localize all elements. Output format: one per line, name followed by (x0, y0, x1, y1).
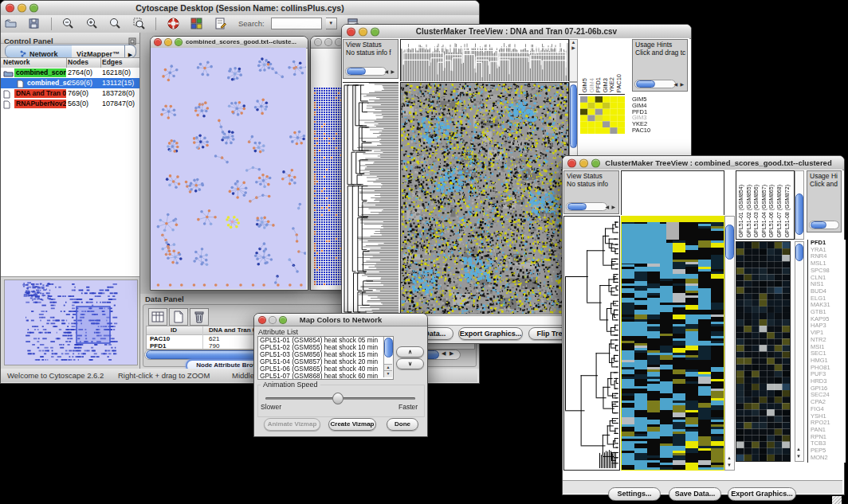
network-table-row[interactable]: RNAPuberNov2+563(0)107847(0) (1, 99, 139, 109)
close-button[interactable] (347, 27, 355, 36)
search-dropdown-button[interactable]: ▼ (326, 18, 337, 29)
edit-page-icon[interactable] (214, 17, 227, 30)
close-button[interactable] (6, 4, 14, 13)
save-icon[interactable] (27, 17, 41, 30)
network-name: RNAPuberNov2+ (14, 100, 66, 108)
close-button[interactable] (258, 316, 266, 324)
tv1-column-label[interactable]: PAC10 (615, 74, 622, 92)
col-header-id[interactable]: ID (171, 326, 177, 334)
tv1-status-scrollbar[interactable] (345, 67, 387, 76)
zoom-selected-icon[interactable] (132, 17, 146, 30)
tv1-row-dendrogram[interactable] (343, 82, 398, 315)
tv2-heatmap-vscrollbar[interactable]: ▲ ▼ (724, 216, 735, 471)
tv1-button-export-graphics-[interactable]: Export Graphics... (458, 327, 523, 340)
tab-more-arrow[interactable]: ▶ (125, 45, 136, 58)
close-button[interactable] (314, 38, 322, 46)
network-canvas[interactable] (151, 48, 306, 289)
create-vizmap-button[interactable]: Create Vizmap (328, 418, 376, 431)
tv1-heatmap[interactable] (400, 82, 569, 315)
attribute-list-item[interactable]: GPL51-07 (GSM868) heat shock 60 min (258, 373, 393, 380)
zoom-fit-icon[interactable] (108, 17, 122, 30)
tv1-usage-scrollbar[interactable] (634, 80, 676, 88)
zoom-button[interactable] (29, 4, 38, 13)
close-button[interactable] (567, 158, 576, 167)
data-panel-scroll-right[interactable]: ▶ (450, 350, 453, 357)
zoom-button[interactable] (279, 316, 287, 324)
tv2-column-label[interactable]: GPL51-08 (GSM872) (784, 185, 790, 237)
minimize-button[interactable] (269, 316, 277, 324)
zoom-out-icon[interactable] (61, 17, 75, 30)
main-window-title: Cytoscape Desktop (Session Name: collins… (1, 1, 479, 15)
tv1-column-label[interactable]: GIM5 (581, 78, 588, 92)
tv2-column-label[interactable]: GPL51-02 (GSM855) (746, 185, 752, 237)
zoom-button[interactable] (371, 27, 379, 36)
net1-titlebar[interactable]: combined_scores_good.txt--cluste... (151, 37, 308, 49)
tv1-titlebar[interactable]: ClusterMaker TreeView : DNA and Tran 07-… (342, 25, 691, 39)
attribute-list[interactable]: ▲ ▼ GPL51-01 (GSM854) heat shock 05 minG… (257, 336, 394, 380)
tv2-column-label[interactable]: GPL51-01 (GSM854) (738, 185, 744, 237)
tab-network[interactable]: Network (5, 45, 73, 58)
tv1-column-labels: GIM5GIM4PFD1GIM3YKE2PAC10 (579, 39, 625, 95)
resize-grip[interactable] (832, 496, 842, 504)
zoom-button[interactable] (175, 38, 183, 46)
move-down-button[interactable]: ∨ (396, 358, 424, 369)
tv2-usage-scrollbar[interactable] (809, 221, 839, 229)
tv1-column-dendrogram[interactable] (400, 39, 569, 81)
tv2-row-dendrogram[interactable] (563, 216, 620, 471)
data-panel-scroll-left[interactable]: ◀ (442, 350, 446, 357)
tv2-button-export-graphics-[interactable]: Export Graphics... (728, 487, 796, 501)
tv2-gene-label[interactable]: MON2 (811, 455, 846, 462)
animate-vizmap-button[interactable]: Animate Vizmap (264, 418, 320, 431)
tv2-zoom-vscrollbar[interactable]: ▲ ▼ (795, 241, 804, 462)
tv2-column-label[interactable]: GPL51-04 (GSM857) (761, 185, 767, 237)
help-lifesaver-icon[interactable] (167, 17, 180, 30)
attribute-list-scrollbar[interactable]: ▲ ▼ (383, 337, 393, 377)
map-colors-dialog[interactable]: Map Colors to Network Attribute List ▲ ▼… (253, 313, 428, 437)
open-folder-icon[interactable] (4, 17, 18, 30)
zoom-in-icon[interactable] (85, 17, 99, 30)
tv2-button-save-data-[interactable]: Save Data... (669, 487, 721, 501)
tv2-column-label[interactable]: GPL51-03 (GSM856) (753, 185, 759, 237)
tv2-column-labels-scrollbar[interactable] (795, 170, 804, 240)
main-titlebar[interactable]: Cytoscape Desktop (Session Name: collins… (1, 1, 479, 16)
done-button[interactable]: Done (387, 418, 418, 431)
vizmap-squares-icon[interactable] (190, 17, 203, 30)
network-table-row[interactable]: combined_sco2569(6)13112(15) (1, 78, 139, 88)
tv2-titlebar[interactable]: ClusterMaker TreeView : combined_scores_… (563, 156, 844, 170)
search-input[interactable] (271, 18, 322, 29)
close-button[interactable] (154, 38, 162, 46)
tv2-button-settings-[interactable]: Settings... (608, 487, 661, 501)
tv2-status-scrollbar[interactable] (566, 202, 607, 211)
slider-thumb[interactable] (332, 393, 344, 404)
tv1-row-label[interactable]: PAC10 (632, 127, 664, 134)
network-overview-thumbnail[interactable] (4, 279, 138, 365)
move-up-button[interactable]: ∧ (396, 346, 424, 357)
tv2-heatmap[interactable] (621, 216, 724, 471)
network-table-row[interactable]: DNA and Tran 07769(0)183728(0) (1, 88, 139, 99)
delete-attribute-trash-icon[interactable] (190, 308, 209, 326)
network-view-window[interactable]: combined_scores_good.txt--cluste... (150, 36, 308, 291)
tv2-title: ClusterMaker TreeView : combined_scores_… (563, 156, 844, 170)
minimize-button[interactable] (324, 38, 332, 46)
faster-label: Faster (398, 403, 418, 411)
tv1-top-scroll-arrows[interactable]: ▲▶ (569, 39, 578, 82)
network-table-row[interactable]: combined_scores2764(0)16218(0) (1, 68, 139, 78)
zoom-button[interactable] (591, 158, 600, 167)
dialog-titlebar[interactable]: Map Colors to Network (254, 314, 427, 326)
treeview-window-2[interactable]: ClusterMaker TreeView : combined_scores_… (562, 155, 845, 495)
main-window-controls[interactable] (6, 4, 38, 13)
minimize-button[interactable] (579, 158, 588, 167)
minimize-button[interactable] (18, 4, 26, 13)
minimize-button[interactable] (164, 38, 172, 46)
minimize-button[interactable] (359, 27, 367, 36)
tv1-zoom-matrix[interactable] (580, 96, 625, 134)
tv2-column-label[interactable]: GPL51-06 (GSM865) (768, 185, 774, 237)
tab-vizmapper[interactable]: VizMapper™ (72, 45, 125, 58)
tv1-column-label[interactable]: PFD1 (595, 77, 602, 92)
new-attribute-icon[interactable] (169, 308, 188, 326)
tv2-column-label[interactable]: GPL51-07 (GSM868) (776, 185, 782, 237)
tv2-zoom-heatmap[interactable] (736, 241, 791, 462)
tv1-usage-hints-text: Click and drag tc (635, 49, 687, 57)
network-edges: 16218(0) (102, 68, 131, 78)
attribute-table-icon[interactable] (148, 308, 167, 326)
